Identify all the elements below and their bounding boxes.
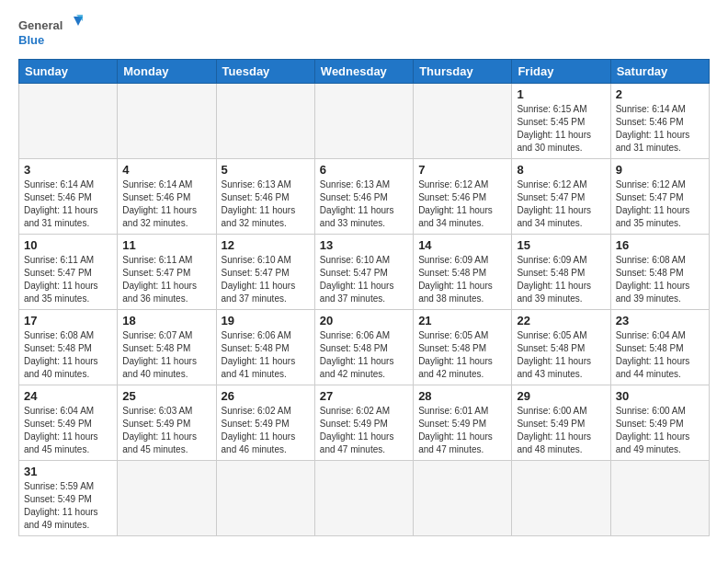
- day-info: Sunrise: 6:12 AMSunset: 5:47 PMDaylight:…: [616, 178, 704, 230]
- day-number: 30: [616, 389, 704, 403]
- day-number: 5: [222, 163, 310, 177]
- calendar-cell: [216, 84, 314, 159]
- calendar-cell: [414, 461, 512, 536]
- calendar-cell: 1Sunrise: 6:15 AMSunset: 5:45 PMDaylight…: [512, 84, 610, 159]
- day-info: Sunrise: 6:12 AMSunset: 5:46 PMDaylight:…: [418, 178, 506, 230]
- calendar-cell: 19Sunrise: 6:06 AMSunset: 5:48 PMDayligh…: [216, 310, 314, 385]
- calendar-cell: 24Sunrise: 6:04 AMSunset: 5:49 PMDayligh…: [19, 385, 118, 461]
- calendar-week-row: 1Sunrise: 6:15 AMSunset: 5:45 PMDaylight…: [19, 84, 710, 159]
- calendar-cell: 27Sunrise: 6:02 AMSunset: 5:49 PMDayligh…: [314, 385, 413, 461]
- calendar-table: SundayMondayTuesdayWednesdayThursdayFrid…: [18, 59, 710, 536]
- day-info: Sunrise: 6:00 AMSunset: 5:49 PMDaylight:…: [517, 405, 605, 456]
- day-number: 19: [222, 314, 310, 327]
- day-number: 14: [418, 238, 506, 252]
- day-number: 12: [222, 238, 310, 252]
- day-info: Sunrise: 6:14 AMSunset: 5:46 PMDaylight:…: [616, 103, 704, 155]
- day-number: 8: [517, 163, 605, 177]
- weekday-header-tuesday: Tuesday: [216, 60, 314, 84]
- day-number: 22: [517, 314, 605, 327]
- calendar-cell: 10Sunrise: 6:11 AMSunset: 5:47 PMDayligh…: [19, 235, 118, 310]
- calendar-cell: [414, 84, 512, 159]
- day-info: Sunrise: 6:05 AMSunset: 5:48 PMDaylight:…: [517, 329, 605, 381]
- calendar-cell: 8Sunrise: 6:12 AMSunset: 5:47 PMDaylight…: [512, 159, 610, 235]
- calendar-cell: 5Sunrise: 6:13 AMSunset: 5:46 PMDaylight…: [216, 159, 314, 235]
- calendar-cell: 21Sunrise: 6:05 AMSunset: 5:48 PMDayligh…: [414, 310, 512, 385]
- weekday-header-row: SundayMondayTuesdayWednesdayThursdayFrid…: [19, 60, 710, 84]
- calendar-cell: 31Sunrise: 5:59 AMSunset: 5:49 PMDayligh…: [19, 461, 118, 536]
- calendar-cell: 3Sunrise: 6:14 AMSunset: 5:46 PMDaylight…: [19, 159, 118, 235]
- calendar-cell: [19, 84, 118, 159]
- calendar-cell: 16Sunrise: 6:08 AMSunset: 5:48 PMDayligh…: [610, 235, 709, 310]
- day-info: Sunrise: 6:12 AMSunset: 5:47 PMDaylight:…: [517, 178, 605, 230]
- day-info: Sunrise: 6:01 AMSunset: 5:49 PMDaylight:…: [418, 405, 506, 456]
- calendar-cell: [512, 461, 610, 536]
- calendar-cell: 25Sunrise: 6:03 AMSunset: 5:49 PMDayligh…: [118, 385, 216, 461]
- calendar-cell: 4Sunrise: 6:14 AMSunset: 5:46 PMDaylight…: [118, 159, 216, 235]
- day-info: Sunrise: 6:08 AMSunset: 5:48 PMDaylight:…: [24, 329, 112, 381]
- day-info: Sunrise: 6:04 AMSunset: 5:48 PMDaylight:…: [616, 329, 704, 381]
- weekday-header-saturday: Saturday: [610, 60, 709, 84]
- calendar-cell: [118, 84, 216, 159]
- day-info: Sunrise: 6:08 AMSunset: 5:48 PMDaylight:…: [616, 254, 704, 305]
- calendar-cell: 13Sunrise: 6:10 AMSunset: 5:47 PMDayligh…: [314, 235, 413, 310]
- day-info: Sunrise: 5:59 AMSunset: 5:49 PMDaylight:…: [24, 480, 112, 532]
- day-info: Sunrise: 6:11 AMSunset: 5:47 PMDaylight:…: [122, 254, 210, 305]
- day-info: Sunrise: 6:11 AMSunset: 5:47 PMDaylight:…: [24, 254, 112, 305]
- day-number: 13: [320, 238, 408, 252]
- day-number: 10: [24, 238, 112, 252]
- calendar-cell: 14Sunrise: 6:09 AMSunset: 5:48 PMDayligh…: [414, 235, 512, 310]
- calendar-cell: 28Sunrise: 6:01 AMSunset: 5:49 PMDayligh…: [414, 385, 512, 461]
- weekday-header-thursday: Thursday: [414, 60, 512, 84]
- day-number: 2: [616, 87, 704, 101]
- day-number: 9: [616, 163, 704, 177]
- calendar-week-row: 3Sunrise: 6:14 AMSunset: 5:46 PMDaylight…: [19, 159, 710, 235]
- day-info: Sunrise: 6:06 AMSunset: 5:48 PMDaylight:…: [320, 329, 408, 381]
- day-info: Sunrise: 6:09 AMSunset: 5:48 PMDaylight:…: [517, 254, 605, 305]
- day-info: Sunrise: 6:10 AMSunset: 5:47 PMDaylight:…: [222, 254, 310, 305]
- calendar-cell: 9Sunrise: 6:12 AMSunset: 5:47 PMDaylight…: [610, 159, 709, 235]
- day-number: 3: [24, 163, 112, 177]
- day-info: Sunrise: 6:04 AMSunset: 5:49 PMDaylight:…: [24, 405, 112, 456]
- calendar-cell: 30Sunrise: 6:00 AMSunset: 5:49 PMDayligh…: [610, 385, 709, 461]
- day-number: 28: [418, 389, 506, 403]
- weekday-header-friday: Friday: [512, 60, 610, 84]
- day-number: 31: [24, 465, 112, 478]
- weekday-header-sunday: Sunday: [19, 60, 118, 84]
- calendar-cell: 26Sunrise: 6:02 AMSunset: 5:49 PMDayligh…: [216, 385, 314, 461]
- day-number: 6: [320, 163, 408, 177]
- day-number: 17: [24, 314, 112, 327]
- day-number: 16: [616, 238, 704, 252]
- calendar-cell: [314, 461, 413, 536]
- generalblue-logo-icon: General Blue: [18, 15, 83, 52]
- calendar-cell: 15Sunrise: 6:09 AMSunset: 5:48 PMDayligh…: [512, 235, 610, 310]
- calendar-cell: 29Sunrise: 6:00 AMSunset: 5:49 PMDayligh…: [512, 385, 610, 461]
- day-info: Sunrise: 6:15 AMSunset: 5:45 PMDaylight:…: [517, 103, 605, 155]
- day-info: Sunrise: 6:13 AMSunset: 5:46 PMDaylight:…: [320, 178, 408, 230]
- day-number: 18: [122, 314, 210, 327]
- calendar-cell: [610, 461, 709, 536]
- day-number: 21: [418, 314, 506, 327]
- calendar-cell: [118, 461, 216, 536]
- calendar-week-row: 31Sunrise: 5:59 AMSunset: 5:49 PMDayligh…: [19, 461, 710, 536]
- calendar-week-row: 17Sunrise: 6:08 AMSunset: 5:48 PMDayligh…: [19, 310, 710, 385]
- day-info: Sunrise: 6:06 AMSunset: 5:48 PMDaylight:…: [222, 329, 310, 381]
- day-info: Sunrise: 6:13 AMSunset: 5:46 PMDaylight:…: [222, 178, 310, 230]
- day-info: Sunrise: 6:02 AMSunset: 5:49 PMDaylight:…: [320, 405, 408, 456]
- day-info: Sunrise: 6:09 AMSunset: 5:48 PMDaylight:…: [418, 254, 506, 305]
- calendar-cell: 17Sunrise: 6:08 AMSunset: 5:48 PMDayligh…: [19, 310, 118, 385]
- calendar-cell: 11Sunrise: 6:11 AMSunset: 5:47 PMDayligh…: [118, 235, 216, 310]
- calendar-cell: 12Sunrise: 6:10 AMSunset: 5:47 PMDayligh…: [216, 235, 314, 310]
- day-info: Sunrise: 6:00 AMSunset: 5:49 PMDaylight:…: [616, 405, 704, 456]
- calendar-cell: [314, 84, 413, 159]
- day-number: 15: [517, 238, 605, 252]
- day-number: 1: [517, 87, 605, 101]
- day-info: Sunrise: 6:02 AMSunset: 5:49 PMDaylight:…: [222, 405, 310, 456]
- day-number: 7: [418, 163, 506, 177]
- day-info: Sunrise: 6:03 AMSunset: 5:49 PMDaylight:…: [122, 405, 210, 456]
- day-number: 11: [122, 238, 210, 252]
- day-info: Sunrise: 6:14 AMSunset: 5:46 PMDaylight:…: [24, 178, 112, 230]
- day-info: Sunrise: 6:07 AMSunset: 5:48 PMDaylight:…: [122, 329, 210, 381]
- header: General Blue: [18, 15, 710, 52]
- page: General Blue SundayMondayTuesdayWednesda…: [0, 0, 728, 546]
- svg-text:Blue: Blue: [18, 33, 44, 47]
